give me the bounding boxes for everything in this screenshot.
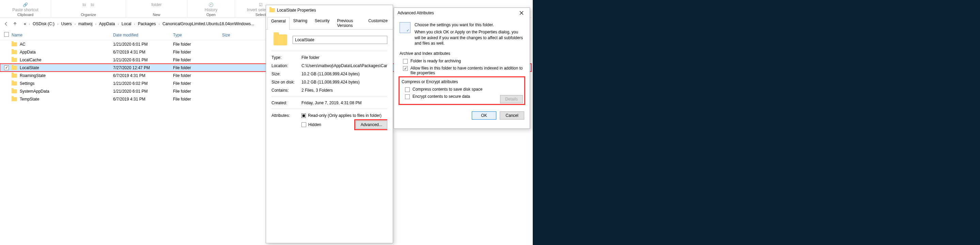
item-type: File folder bbox=[173, 50, 222, 54]
history-button[interactable]: 🕘 History bbox=[205, 2, 217, 12]
encrypt-checkbox[interactable] bbox=[405, 94, 410, 99]
breadcrumb-item[interactable]: OSDisk (C:) bbox=[31, 21, 56, 27]
attributes-icon bbox=[399, 22, 410, 33]
date-modified: 6/7/2019 4:31 PM bbox=[113, 97, 173, 102]
chevron-right-icon: › bbox=[29, 22, 30, 26]
properties-title-bar[interactable]: LocalState Properties bbox=[266, 5, 393, 15]
folder-icon bbox=[11, 81, 17, 86]
tab-security[interactable]: Security bbox=[311, 17, 333, 29]
breadcrumb-item[interactable]: CanonicalGroupLimited.Ubuntu18.04onWindo… bbox=[161, 21, 256, 27]
folder-icon bbox=[274, 34, 287, 45]
properties-dialog: LocalState Properties GeneralSharingSecu… bbox=[266, 5, 393, 243]
folder-name: LocalCache bbox=[20, 57, 41, 62]
arrow-up-icon bbox=[13, 21, 18, 26]
index-checkbox[interactable] bbox=[403, 66, 408, 71]
column-date-modified[interactable]: Date modified bbox=[113, 33, 173, 38]
background-panel bbox=[533, 0, 980, 245]
item-type: File folder bbox=[173, 42, 222, 47]
up-button[interactable] bbox=[11, 21, 18, 27]
breadcrumb-item[interactable]: Packages bbox=[137, 21, 158, 27]
folder-icon bbox=[11, 50, 17, 54]
folder-name: TempState bbox=[20, 97, 39, 102]
close-button[interactable] bbox=[517, 10, 526, 16]
size-value: 10.2 GB (11,008,999,424 bytes) bbox=[301, 72, 387, 76]
archive-ready-checkbox[interactable] bbox=[403, 59, 408, 64]
item-type: File folder bbox=[173, 57, 222, 62]
item-type: File folder bbox=[173, 97, 222, 102]
advanced-intro-1: Choose the settings you want for this fo… bbox=[415, 22, 524, 28]
paste-shortcut-icon: 🔗 bbox=[23, 2, 28, 7]
hidden-label: Hidden bbox=[308, 123, 321, 127]
hidden-checkbox[interactable] bbox=[301, 123, 306, 127]
ribbon-group-open: Open bbox=[207, 13, 216, 17]
breadcrumb-item[interactable]: Local bbox=[120, 21, 133, 27]
folder-icon bbox=[269, 8, 275, 12]
location-label: Location: bbox=[272, 64, 301, 68]
column-type[interactable]: Type bbox=[173, 33, 222, 38]
encrypt-label: Encrypt contents to secure data bbox=[412, 94, 470, 99]
folder-icon bbox=[11, 58, 17, 62]
contains-label: Contains: bbox=[272, 88, 301, 93]
breadcrumb-item[interactable]: mattwoj bbox=[77, 21, 94, 27]
breadcrumb-item[interactable]: Users bbox=[60, 21, 73, 27]
size-label: Size: bbox=[272, 72, 301, 76]
item-type: File folder bbox=[173, 65, 222, 70]
tab-sharing[interactable]: Sharing bbox=[290, 17, 311, 29]
tab-general[interactable]: General bbox=[267, 17, 290, 30]
archive-group-label: Archive and Index attributes bbox=[399, 51, 524, 56]
date-modified: 1/21/2020 6:02 PM bbox=[113, 81, 173, 86]
paste-shortcut-button[interactable]: 🔗 Paste shortcut bbox=[12, 2, 38, 12]
back-button[interactable] bbox=[3, 21, 10, 27]
date-modified: 1/21/2020 6:01 PM bbox=[113, 89, 173, 94]
size-on-disk-label: Size on disk: bbox=[272, 80, 301, 84]
folder-icon bbox=[11, 42, 17, 46]
compress-checkbox[interactable] bbox=[405, 87, 410, 92]
close-icon bbox=[519, 11, 523, 15]
advanced-attributes-dialog: Advanced Attributes Choose the settings … bbox=[394, 8, 530, 129]
advanced-title: Advanced Attributes bbox=[398, 11, 434, 15]
created-value: Friday, June 7, 2019, 4:31:08 PM bbox=[301, 100, 387, 105]
index-label: Allow files in this folder to have conte… bbox=[410, 66, 524, 75]
date-modified: 7/27/2020 12:47 PM bbox=[113, 65, 173, 70]
ribbon-group-new: New bbox=[153, 13, 160, 17]
item-type: File folder bbox=[173, 73, 222, 78]
copy-to-button[interactable]: to bbox=[91, 2, 94, 7]
folder-name: RoamingState bbox=[20, 73, 46, 78]
folder-name: AppData bbox=[20, 50, 36, 54]
folder-icon bbox=[11, 97, 17, 101]
cancel-button[interactable]: Cancel bbox=[500, 111, 524, 119]
folder-icon bbox=[11, 89, 17, 93]
breadcrumb-item[interactable]: AppData bbox=[98, 21, 116, 27]
advanced-intro-2: When you click OK or Apply on the Proper… bbox=[415, 29, 524, 46]
tab-previous-versions[interactable]: Previous Versions bbox=[333, 17, 364, 29]
breadcrumb-item[interactable]: « bbox=[22, 21, 28, 27]
chevron-right-icon: › bbox=[75, 22, 76, 26]
move-to-button[interactable]: to bbox=[83, 2, 86, 7]
tab-customize[interactable]: Customize bbox=[364, 17, 391, 29]
row-checkbox[interactable] bbox=[4, 65, 9, 70]
history-icon: 🕘 bbox=[208, 2, 213, 7]
folder-icon bbox=[11, 73, 17, 78]
ribbon-group-organize: Organize bbox=[81, 13, 96, 17]
readonly-checkbox[interactable] bbox=[301, 113, 306, 118]
folder-name: LocalState bbox=[20, 65, 39, 70]
folder-icon bbox=[11, 66, 17, 70]
column-name[interactable]: Name bbox=[11, 33, 113, 38]
compress-label: Compress contents to save disk space bbox=[412, 87, 482, 92]
advanced-button[interactable]: Advanced... bbox=[356, 121, 387, 129]
ok-button[interactable]: OK bbox=[472, 111, 496, 119]
date-modified: 1/21/2020 6:01 PM bbox=[113, 42, 173, 47]
folder-name-input[interactable] bbox=[293, 36, 387, 44]
type-label: Type: bbox=[272, 55, 301, 60]
details-button[interactable]: Details bbox=[500, 95, 523, 103]
chevron-right-icon: › bbox=[95, 22, 96, 26]
column-size[interactable]: Size bbox=[222, 33, 256, 38]
chevron-right-icon: › bbox=[159, 22, 160, 26]
select-all-checkbox[interactable] bbox=[4, 32, 9, 37]
chevron-right-icon: › bbox=[118, 22, 119, 26]
new-folder-button[interactable]: folder bbox=[151, 2, 161, 7]
type-value: File folder bbox=[301, 55, 387, 60]
attributes-label: Attributes: bbox=[272, 113, 301, 118]
chevron-left-icon bbox=[4, 21, 8, 26]
ribbon-group-clipboard: Clipboard bbox=[18, 13, 33, 17]
